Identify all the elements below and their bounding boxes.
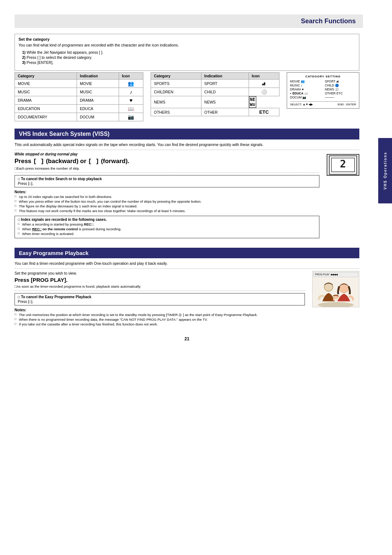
category-setting-grid: MOVIE 👥 SPORT ⛸ MUSIC ♪ CHILD 🔵 DRAMA ♥ … [290,80,356,99]
vhs-body: While stopped or during normal play Pres… [15,152,359,240]
table-row: DRAMA DRAMA ♥ [15,96,143,105]
category-documentary: DOCUMENTARY [15,113,77,121]
easy-cancel-text: Press [□]. [18,300,302,304]
icon-news: NEW≡ [249,96,256,108]
svg-text:2: 2 [340,158,346,170]
icon-movie: 👥 [119,80,143,88]
cat-item-other: OTHER ETC [325,92,356,95]
easy-description: You can find a timer-recorded programme … [15,261,359,266]
category-area: Category Indication Icon MOVIE MOVIE 👥 [15,72,359,121]
cat-item-educa: EDUCA 📖 [290,92,321,95]
index-signal-2: When REC□ on the remote control is press… [18,227,316,231]
cat-item-child: CHILD 🔵 [325,84,356,87]
category-drama: DRAMA [15,96,77,105]
page-title: Search Functions [22,17,356,25]
icon-documentary: 📷 [119,113,143,121]
indication-news: NEWS [201,96,249,108]
table-row: EDUCATION EDUCA 📖 [15,105,143,113]
vhs-press-instruction: Press [ ] (backward) or [ ] (forward). [15,158,319,165]
note-4: This feature may not work correctly if t… [15,209,319,213]
step-2: 2) Press [ ] to select the desired categ… [22,55,355,60]
icon-music: ♪ [119,88,143,96]
table-row: CHILDREN CHILD ⚪ [151,88,279,96]
category-description: You can find what kind of programmes are… [19,43,355,47]
divider-1 [15,150,359,150]
indication-others: OTHER [201,108,249,116]
easy-note-2: When there is no programmed timer record… [15,317,305,321]
icon-others: ETC [249,108,279,116]
easy-section-header: Easy Programme Playback [15,248,359,258]
table-row: NEWS NEWS NEW≡ [151,96,279,108]
easy-note-3: If you take out the cassette after a tim… [15,322,305,326]
vhs-section-title: VHS Index Search System (VISS) [19,131,110,137]
prog-play-image: PROG PLAY ◀◀◀◀ [312,271,359,307]
indication-sports: SPORT [201,80,249,88]
category-setting-footer: SELECT: ▲▼◀▶ END : ENTER [290,101,356,106]
category-setting-title: CATEGORY SETTING [290,75,356,78]
indication-drama: DRAMA [77,96,119,105]
vhs-section-header: VHS Index Search System (VISS) [15,129,359,139]
vhs-display: 2 [327,154,359,176]
vhs-subsection: While stopped or during normal play [15,152,319,156]
easy-body: Set the programme you wish to view. Pres… [15,271,359,329]
category-education: EDUCATION [15,105,77,113]
search-functions-header: Search Functions [15,15,363,28]
easy-note-1: The unit memorizes the position at which… [15,313,305,317]
category-news: NEWS [151,96,201,108]
category-music: MUSIC [15,88,77,96]
icon-sports: ⛸ [249,80,279,88]
index-signals-title: □ Index signals are recorded in the foll… [18,218,316,222]
easy-section-title: Easy Programme Playback [19,250,355,256]
main-content: Set the category You can find what kind … [15,34,359,341]
couple-illustration [313,278,359,307]
vhs-display-svg: 2 [328,155,358,175]
divider-4 [15,291,305,291]
category-children: CHILDREN [151,88,201,96]
easy-press-prog: Press [PROG PLAY]. [15,277,305,283]
index-signal-1: When a recording is started by pressing … [18,222,316,226]
category-setting-box: CATEGORY SETTING MOVIE 👥 SPORT ⛸ MUSIC ♪… [287,72,359,109]
col-icon-right: Icon [249,73,279,80]
page-number: 21 [15,336,359,341]
icon-children: ⚪ [249,88,279,96]
indication-education: EDUCA [77,105,119,113]
easy-press-note: □As soon as the timer-recorded programme… [15,284,305,288]
right-table: Category Indication Icon SPORTS SPORT ⛸ [151,72,279,116]
easy-text: Set the programme you wish to view. Pres… [15,271,305,329]
cat-item-drama: DRAMA ♥ [290,88,321,91]
indication-music: MUSIC [77,88,119,96]
category-others: OTHERS [151,108,201,116]
col-category-right: Category [151,73,201,80]
easy-set-instruction: Set the programme you wish to view. [15,271,305,275]
vhs-cancel-title: □ To cancel the Index Search or to stop … [18,177,316,181]
category-movie: MOVIE [15,80,77,88]
col-icon-left: Icon [119,73,143,80]
side-tab: VHS Operations [378,138,392,203]
note-3: The figure on the display decreases by 1… [15,204,319,208]
divider-3 [15,268,359,269]
note-2: When you press either one of the button … [15,199,319,203]
set-category-title: Set the category [19,37,355,41]
col-indication-right: Indication [201,73,249,80]
index-signal-3: When timer recording is activated. [18,232,316,236]
easy-cancel-box: □ To cancel the Easy Programme Playback … [15,293,305,305]
vhs-cancel-box: □ To cancel the Index Search or to stop … [15,175,319,187]
col-indication-left: Indication [77,73,119,80]
col-category-left: Category [15,73,77,80]
category-section: Set the category You can find what kind … [15,34,359,121]
cat-item-dash: ——— [325,96,356,99]
note-1: Up to 20 index signals can be searched f… [15,195,319,199]
cat-item-sport: SPORT ⛸ [325,80,356,83]
step-1: 1) While the Jet Navigator list appears,… [22,50,355,54]
table-row: MUSIC MUSIC ♪ [15,88,143,96]
easy-cancel-title: □ To cancel the Easy Programme Playback [18,295,302,299]
footer-end: END : ENTER [338,103,356,106]
vhs-notes-title: Notes: [15,190,319,194]
indication-movie: MOVIE [77,80,119,88]
icon-education: 📖 [119,105,143,113]
icon-drama: ♥ [119,96,143,105]
table-row: SPORTS SPORT ⛸ [151,80,279,88]
vhs-text: While stopped or during normal play Pres… [15,152,319,240]
step-3: 3) Press [ENTER]. [22,60,355,65]
category-sports: SPORTS [151,80,201,88]
